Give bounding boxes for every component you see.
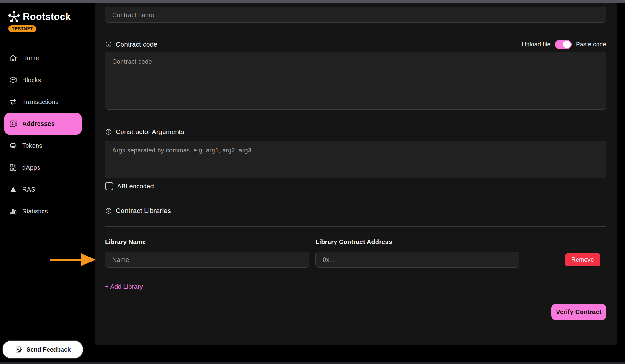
feedback-pencil-icon [15,346,23,353]
code-source-toggle[interactable] [555,40,572,49]
info-icon [105,128,112,135]
library-address-input[interactable] [315,252,519,268]
sidebar-nav: Home Blocks Transactions [0,47,87,222]
sidebar-item-label: dApps [22,164,40,171]
library-field-labels: Library Name Library Contract Address [105,238,606,246]
sidebar-item-ras[interactable]: RAS [4,178,82,200]
sidebar-item-label: Addresses [22,120,55,127]
brand-name: Rootstock [23,11,71,22]
paste-code-label: Paste code [576,41,606,48]
info-icon [105,207,112,214]
testnet-badge: TESTNET [8,25,36,32]
window-bottom-strip [0,362,625,364]
verify-contract-form: Contract code Upload file Paste code Con… [95,3,617,345]
upload-file-label: Upload file [522,41,551,48]
add-library-link[interactable]: + Add Library [105,283,143,290]
verify-row: Verify Contract [105,304,606,320]
library-row: Remove [105,252,606,268]
constructor-arguments-label: Constructor Arguments [116,128,184,136]
sidebar: Rootstock TESTNET Home Blocks [0,3,87,362]
sidebar-item-blocks[interactable]: Blocks [4,69,82,91]
contract-code-header: Contract code Upload file Paste code [105,37,606,51]
library-name-input[interactable] [105,252,309,268]
send-feedback-button[interactable]: Send Feedback [3,341,83,358]
remove-library-button[interactable]: Remove [565,253,600,266]
send-feedback-label: Send Feedback [27,346,71,353]
sidebar-item-label: Home [22,55,39,62]
section-divider [105,226,606,227]
bar-chart-icon [9,207,17,215]
abi-encoded-row: ABI encoded [105,182,606,191]
sidebar-item-label: Statistics [22,208,48,215]
triangle-icon [9,185,17,193]
rootstock-logo-icon [8,11,20,23]
sidebar-item-transactions[interactable]: Transactions [4,91,82,113]
library-address-label: Library Contract Address [315,238,392,246]
code-source-toggle-group: Upload file Paste code [522,40,606,49]
verify-contract-button[interactable]: Verify Contract [551,304,606,320]
transfer-arrows-icon [9,98,17,106]
cube-icon [9,76,17,84]
constructor-arguments-header: Constructor Arguments [105,125,606,139]
abi-encoded-label: ABI encoded [117,183,154,190]
abi-encoded-checkbox[interactable] [105,182,113,190]
sidebar-item-tokens[interactable]: Tokens [4,135,82,157]
sidebar-item-label: Transactions [22,98,58,106]
sidebar-item-addresses[interactable]: Addresses [4,113,82,135]
sidebar-item-label: RAS [22,186,35,193]
library-name-label: Library Name [105,238,309,246]
coin-icon [9,142,17,150]
window-top-strip [0,0,625,3]
app-root: Rootstock TESTNET Home Blocks [0,0,625,364]
contract-code-textarea[interactable] [105,52,606,110]
toggle-knob [563,41,571,48]
logo-block[interactable]: Rootstock TESTNET [0,3,87,32]
main-content: Contract code Upload file Paste code Con… [88,3,625,362]
sidebar-item-dapps[interactable]: dApps [4,157,82,178]
grid-plus-icon [9,163,17,172]
contract-name-input[interactable] [105,7,606,23]
contract-libraries-label: Contract Libraries [116,207,171,215]
constructor-arguments-textarea[interactable] [105,141,606,178]
sidebar-item-statistics[interactable]: Statistics [4,200,82,222]
sidebar-item-label: Blocks [22,77,41,84]
contract-libraries-header: Contract Libraries [105,206,606,216]
contact-card-icon [9,120,17,128]
sidebar-item-label: Tokens [22,142,43,149]
home-icon [9,54,17,62]
info-icon [105,41,112,48]
sidebar-item-home[interactable]: Home [4,47,82,69]
contract-code-label: Contract code [116,41,157,48]
